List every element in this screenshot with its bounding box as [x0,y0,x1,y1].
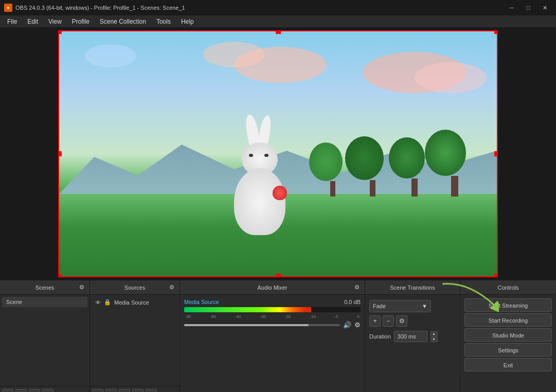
volume-slider[interactable] [184,324,340,326]
handle-bottom-right[interactable] [494,274,498,277]
scenes-footer: + − ↑ ↓ [0,386,89,392]
scene-remove-button[interactable]: − [15,389,27,393]
preview-canvas[interactable] [58,30,498,277]
handle-top-right[interactable] [494,30,498,34]
maximize-button[interactable]: □ [521,3,535,13]
audio-db-value: 0.0 dB [344,299,361,305]
settings-button[interactable]: Settings [464,343,552,357]
studio-mode-button[interactable]: Studio Mode [464,328,552,342]
bunny-character [219,122,301,235]
audio-mixer-panel: Audio Mixer ⚙ Media Source 0.0 dB -60 -5… [180,280,365,392]
audio-controls-row: 🔊 ⚙ [184,321,361,329]
audio-label-row: Media Source 0.0 dB [184,299,361,305]
controls-panel-header: Controls [460,280,556,295]
source-up-button[interactable]: ↑ [132,389,144,393]
scenes-content: Scene [0,295,89,386]
tree-3 [362,136,384,197]
scenes-panel-icon[interactable]: ⚙ [78,284,85,291]
app-icon: ● [4,4,12,12]
source-label[interactable]: Media Source [114,299,149,306]
menu-help[interactable]: Help [176,17,199,26]
duration-label: Duration [369,333,391,340]
sources-panel-title: Sources [124,284,145,291]
start-recording-button[interactable]: Start Recording [464,313,552,327]
cloud-4 [415,62,487,93]
source-item-1: 👁 🔒 Media Source [92,297,177,308]
preview-area [0,28,556,280]
cloud-2 [203,42,265,67]
scene-up-button[interactable]: ↑ [29,389,40,393]
transition-remove-button[interactable]: − [383,315,394,327]
bottom-panels: Scenes ⚙ Scene + − ↑ ↓ Sources ⚙ 👁 [0,280,556,392]
sources-content: 👁 🔒 Media Source [90,295,180,386]
tree-4 [323,142,343,197]
tree-2 [404,137,425,197]
source-eye-icon[interactable]: 👁 [95,299,101,306]
tree-1 [443,130,466,197]
scenes-panel-title: Scenes [35,284,55,291]
panels-row: Scenes ⚙ Scene + − ↑ ↓ Sources ⚙ 👁 [0,280,556,392]
duration-input[interactable]: 300 ms [394,331,427,342]
duration-up-button[interactable]: ▲ [431,331,438,336]
audio-track: Media Source 0.0 dB -60 -50 -40 -30 -20 … [182,297,363,331]
source-add-button[interactable]: + [92,389,103,393]
menu-tools[interactable]: Tools [151,17,176,26]
window-title: OBS 24.0.3 (64-bit, windows) - Profile: … [15,5,505,11]
sources-panel: Sources ⚙ 👁 🔒 Media Source + − ⚙ ↑ ↓ [90,280,180,392]
menu-scene-collection[interactable]: Scene Collection [95,17,151,26]
duration-down-button[interactable]: ▼ [431,337,438,342]
scene-transitions-panel: Scene Transitions Fade ▼ + − ⚙ Duration … [365,280,460,392]
scenes-panel-header: Scenes ⚙ [0,280,89,295]
transition-add-button[interactable]: + [369,315,381,327]
source-settings-button[interactable]: ⚙ [119,389,130,393]
transition-settings-button[interactable]: ⚙ [396,315,407,327]
cloud-5 [85,44,136,67]
menu-bar: File Edit View Profile Scene Collection … [0,15,556,28]
audio-mixer-header: Audio Mixer ⚙ [180,280,365,295]
source-down-button[interactable]: ↓ [146,389,157,393]
menu-file[interactable]: File [2,17,22,26]
sources-panel-header: Sources ⚙ [90,280,180,295]
handle-top-center[interactable] [276,30,281,34]
audio-meter-container [184,307,361,312]
controls-panel-title: Controls [498,284,519,291]
bunny-body [234,168,285,235]
menu-profile[interactable]: Profile [67,17,95,26]
minimize-button[interactable]: ─ [505,3,519,13]
volume-fill [184,324,309,326]
window-controls: ─ □ ✕ [505,3,552,13]
audio-mixer-icon[interactable]: ⚙ [353,284,361,291]
transitions-panel-header: Scene Transitions [365,280,460,295]
apple [273,186,287,200]
scene-add-button[interactable]: + [2,389,13,393]
scene-item-1[interactable]: Scene [2,297,87,307]
audio-meter-bar [184,307,311,312]
start-streaming-button[interactable]: Start Streaming [464,298,552,312]
handle-top-left[interactable] [58,30,62,34]
sources-footer: + − ⚙ ↑ ↓ [90,386,180,392]
exit-button[interactable]: Exit [464,358,552,371]
source-lock-icon[interactable]: 🔒 [104,299,111,306]
menu-edit[interactable]: Edit [22,17,43,26]
handle-bottom-left[interactable] [58,274,62,277]
transitions-content: Fade ▼ + − ⚙ Duration 300 ms ▲ ▼ [365,295,460,392]
menu-view[interactable]: View [43,17,67,26]
audio-settings-icon[interactable]: ⚙ [354,321,361,329]
handle-middle-right[interactable] [494,151,498,156]
transition-buttons: + − ⚙ [367,315,458,327]
duration-row: Duration 300 ms ▲ ▼ [367,329,458,344]
handle-middle-left[interactable] [58,151,62,156]
handle-bottom-center[interactable] [276,274,281,277]
transition-type-value: Fade [373,303,386,309]
title-bar: ● OBS 24.0.3 (64-bit, windows) - Profile… [0,0,556,15]
sources-panel-icon[interactable]: ⚙ [168,284,175,291]
source-remove-button[interactable]: − [105,389,117,393]
duration-spinners: ▲ ▼ [431,331,438,342]
chevron-down-icon: ▼ [422,303,427,309]
mute-icon[interactable]: 🔊 [343,321,351,329]
transitions-panel-title: Scene Transitions [390,284,435,291]
transition-type-select[interactable]: Fade ▼ [369,300,431,312]
scene-down-button[interactable]: ↓ [42,389,53,393]
audio-mixer-content: Media Source 0.0 dB -60 -50 -40 -30 -20 … [180,295,365,392]
close-button[interactable]: ✕ [537,3,552,13]
